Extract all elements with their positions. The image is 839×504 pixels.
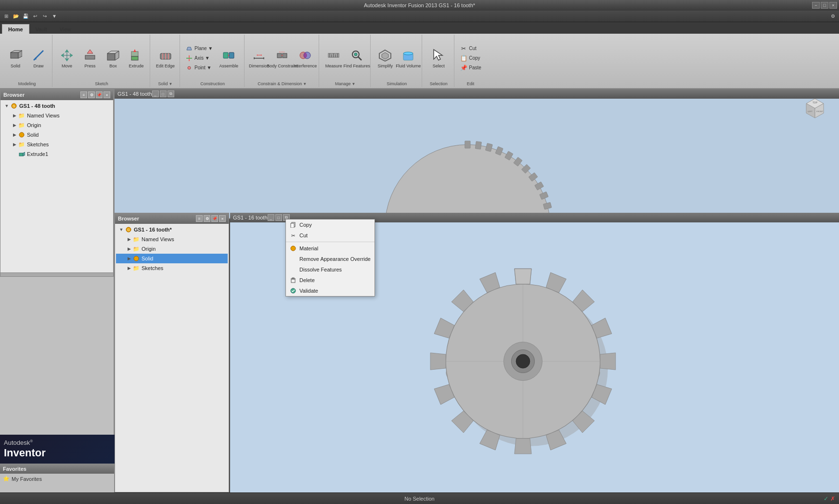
simplify-btn[interactable]: Simplify — [374, 44, 396, 72]
tree-root-bottom[interactable]: ▼ G GS1 - 16 tooth* — [116, 225, 228, 234]
tree-expand-bottom-root[interactable]: ▼ — [118, 226, 125, 233]
browser-top-resize[interactable] — [0, 272, 113, 276]
box-btn[interactable]: Box — [103, 44, 124, 72]
plane-label: Plane ▼ — [194, 46, 213, 51]
construction-col: Plane ▼ Axis ▼ — [184, 44, 214, 72]
tree-expand-solid-bottom[interactable]: ▶ — [126, 255, 132, 262]
maximize-btn[interactable]: □ — [821, 2, 828, 9]
solid-btn[interactable]: Solid — [5, 44, 26, 72]
qa-new-btn[interactable]: ⊞ — [2, 12, 11, 21]
solid-dropdown-arrow[interactable]: ▼ — [169, 82, 173, 86]
find-features-btn[interactable]: Find Features — [346, 44, 367, 72]
measure-btn[interactable]: Measure — [323, 44, 344, 72]
paste-btn[interactable]: 📌 Paste — [458, 64, 483, 72]
context-menu-validate[interactable]: Validate — [286, 285, 374, 296]
tab-vault[interactable]: Vault — [29, 24, 53, 34]
tree-expand-sketches-bottom[interactable]: ▶ — [126, 265, 132, 271]
qa-redo-btn[interactable]: ↪ — [40, 12, 49, 21]
qa-save-btn[interactable]: 💾 — [21, 12, 30, 21]
constrain-dropdown-arrow[interactable]: ▼ — [303, 82, 307, 86]
validate-icon — [290, 287, 297, 294]
tree-expand-extrude1-top[interactable] — [11, 151, 18, 157]
close-btn[interactable]: × — [829, 2, 837, 9]
tree-solid-top[interactable]: ▶ Solid — [1, 130, 112, 140]
edit-edge-btn[interactable]: Edit Edge — [155, 44, 176, 72]
tab-view[interactable]: View — [53, 24, 77, 34]
browser-bottom-settings-btn[interactable]: ⚙ — [204, 215, 210, 222]
fluid-volume-icon — [400, 48, 416, 63]
tree-named-views-bottom[interactable]: ▶ 📁 Named Views — [116, 234, 228, 244]
tree-expand-sketches-top[interactable]: ▶ — [11, 141, 18, 148]
tree-expand-named-views-top[interactable]: ▶ — [11, 112, 18, 119]
draw-icon — [31, 48, 46, 63]
tree-origin-top[interactable]: ▶ 📁 Origin — [1, 120, 112, 130]
body-constraint-btn[interactable]: Body Constraint — [271, 44, 293, 72]
assemble-btn[interactable]: Assemble — [216, 44, 241, 72]
title-bar-buttons[interactable]: − □ × — [812, 2, 837, 9]
minimize-btn[interactable]: − — [812, 2, 820, 9]
context-menu-delete[interactable]: Delete — [286, 275, 374, 285]
cut-btn[interactable]: ✂ Cut — [458, 44, 483, 53]
viewport-top-canvas[interactable] — [115, 99, 839, 218]
tree-sketches-bottom[interactable]: ▶ 📁 Sketches — [116, 263, 228, 273]
draw-btn[interactable]: Draw — [28, 44, 49, 72]
fluid-volume-btn[interactable]: Fluid Volume — [398, 44, 419, 72]
tree-named-views-top[interactable]: ▶ 📁 Named Views — [1, 111, 112, 120]
tree-expand-solid-top[interactable]: ▶ — [11, 131, 18, 138]
browser-top-pin-btn[interactable]: 📌 — [96, 91, 103, 98]
browser-top-close-btn[interactable]: × — [103, 91, 110, 98]
tab-home[interactable]: Home — [2, 24, 29, 34]
context-menu-dissolve[interactable]: Dissolve Features — [286, 264, 374, 275]
copy-btn[interactable]: 📋 Copy — [458, 54, 483, 63]
press-pull-btn[interactable]: Press — [79, 44, 101, 72]
move-btn[interactable]: Move — [56, 44, 77, 72]
window-top-minimize[interactable]: _ — [152, 90, 159, 97]
solid-btns: Edit Edge — [154, 36, 177, 80]
tree-root-top[interactable]: ▼ G GS1 - 48 tooth — [1, 101, 112, 111]
svg-rect-0 — [11, 52, 18, 58]
window-top-maximize[interactable]: □ — [160, 90, 167, 97]
point-btn[interactable]: Point ▼ — [184, 64, 214, 72]
browser-bottom-pin-btn[interactable]: 📌 — [211, 215, 218, 222]
tree-extrude1-top[interactable]: Extrude1 — [1, 149, 112, 159]
tree-origin-bottom[interactable]: ▶ 📁 Origin — [116, 244, 228, 254]
context-menu-cut[interactable]: ✂ Cut — [286, 230, 374, 241]
context-menu: Copy ✂ Cut Material Remove Ap — [285, 219, 375, 297]
qa-undo-btn[interactable]: ↩ — [31, 12, 39, 21]
window-top-restore[interactable]: ⧉ — [168, 90, 174, 97]
tree-expand-top-root[interactable]: ▼ — [3, 103, 10, 109]
tree-solid-bottom[interactable]: ▶ Solid — [116, 254, 228, 263]
window-bottom-maximize[interactable]: □ — [275, 214, 282, 221]
tree-sketches-top[interactable]: ▶ 📁 Sketches — [1, 140, 112, 149]
context-menu-copy[interactable]: Copy — [286, 220, 374, 230]
axis-btn[interactable]: Axis ▼ — [184, 54, 214, 63]
qa-dropdown-btn[interactable]: ▼ — [50, 12, 59, 21]
viewport-area: GS1 - 48 tooth _ □ ⧉ — [115, 89, 839, 492]
status-text: No Selection — [404, 496, 434, 502]
find-features-icon — [349, 48, 364, 63]
context-menu-material[interactable]: Material — [286, 243, 374, 254]
browser-bottom-close-btn[interactable]: × — [219, 215, 226, 222]
tree-expand-origin-bottom[interactable]: ▶ — [126, 246, 132, 252]
svg-rect-57 — [465, 141, 470, 148]
context-menu-remove-appearance[interactable]: Remove Appearance Override — [286, 254, 374, 264]
select-btn[interactable]: Select — [426, 44, 451, 72]
browser-bottom-btns: ≡ ⚙ 📌 × — [196, 215, 226, 222]
browser-top-list-btn[interactable]: ≡ — [80, 91, 87, 98]
window-bottom-minimize[interactable]: _ — [268, 214, 274, 221]
browser-top-settings-btn[interactable]: ⚙ — [88, 91, 95, 98]
browser-top-title: Browser — [3, 92, 80, 98]
tree-expand-named-views-bottom[interactable]: ▶ — [126, 236, 132, 243]
favorites-title: Favorites — [3, 466, 26, 472]
manage-dropdown-arrow[interactable]: ▼ — [352, 82, 356, 86]
tree-expand-origin-top[interactable]: ▶ — [11, 122, 18, 129]
plane-btn[interactable]: Plane ▼ — [184, 44, 214, 53]
my-favorites-item[interactable]: ⭐ My Favorites — [3, 476, 111, 482]
browser-bottom-list-btn[interactable]: ≡ — [196, 215, 203, 222]
qa-settings-btn[interactable]: ⚙ — [828, 12, 837, 21]
qa-open-btn[interactable]: 📂 — [12, 12, 20, 21]
tree-named-views-bottom-label: Named Views — [142, 236, 174, 242]
interference-btn[interactable]: Interference — [295, 44, 316, 72]
extrude-btn[interactable]: Extrude — [126, 44, 147, 72]
cube-navigator[interactable]: TOP LEFT FRONT — [800, 94, 829, 123]
